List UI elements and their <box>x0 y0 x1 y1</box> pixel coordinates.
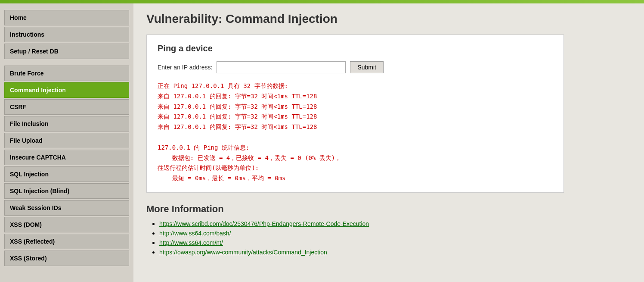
sidebar-item-brute-force[interactable]: Brute Force <box>4 66 129 81</box>
submit-button[interactable]: Submit <box>350 61 384 73</box>
sidebar-item-weak-session-ids[interactable]: Weak Session IDs <box>4 200 129 216</box>
sidebar: HomeInstructionsSetup / Reset DBBrute Fo… <box>0 3 133 282</box>
ip-label: Enter an IP address: <box>158 64 212 71</box>
page-title: Vulnerability: Command Injection <box>146 12 631 26</box>
more-info-link[interactable]: http://www.ss64.com/bash/ <box>159 230 231 237</box>
sidebar-item-csrf[interactable]: CSRF <box>4 99 129 115</box>
list-item: http://www.ss64.com/bash/ <box>159 229 631 237</box>
ip-input[interactable] <box>217 61 346 73</box>
list-item: https://www.scribd.com/doc/2530476/Php-E… <box>159 220 631 228</box>
sidebar-item-file-upload[interactable]: File Upload <box>4 133 129 148</box>
list-item: https://owasp.org/www-community/attacks/… <box>159 248 631 256</box>
list-item: http://www.ss64.com/nt/ <box>159 239 631 247</box>
sidebar-item-xss-stored[interactable]: XSS (Stored) <box>4 251 129 266</box>
sidebar-item-sql-injection-blind[interactable]: SQL Injection (Blind) <box>4 183 129 199</box>
sidebar-item-xss-reflected[interactable]: XSS (Reflected) <box>4 234 129 249</box>
ping-box: Ping a device Enter an IP address: Submi… <box>146 34 564 193</box>
sidebar-item-xss-dom[interactable]: XSS (DOM) <box>4 217 129 232</box>
top-bar <box>0 0 644 3</box>
sidebar-item-command-injection[interactable]: Command Injection <box>4 82 129 98</box>
main-content: Vulnerability: Command Injection Ping a … <box>133 3 644 282</box>
ping-form: Enter an IP address: Submit <box>158 61 553 73</box>
more-info-link[interactable]: https://owasp.org/www-community/attacks/… <box>159 249 327 256</box>
ping-output: 正在 Ping 127.0.0.1 具有 32 字节的数据: 来自 127.0.… <box>158 81 553 184</box>
more-info-link[interactable]: https://www.scribd.com/doc/2530476/Php-E… <box>159 220 369 227</box>
more-info-link[interactable]: http://www.ss64.com/nt/ <box>159 239 223 246</box>
sidebar-item-insecure-captcha[interactable]: Insecure CAPTCHA <box>4 150 129 165</box>
more-info-title: More Information <box>146 204 631 215</box>
ping-box-title: Ping a device <box>158 44 553 53</box>
sidebar-item-instructions[interactable]: Instructions <box>4 27 129 42</box>
more-info-links: https://www.scribd.com/doc/2530476/Php-E… <box>146 220 631 256</box>
sidebar-item-sql-injection[interactable]: SQL Injection <box>4 166 129 182</box>
sidebar-item-file-inclusion[interactable]: File Inclusion <box>4 116 129 132</box>
sidebar-item-home[interactable]: Home <box>4 10 129 25</box>
sidebar-item-setup-reset[interactable]: Setup / Reset DB <box>4 44 129 59</box>
more-info: More Information https://www.scribd.com/… <box>146 204 631 256</box>
